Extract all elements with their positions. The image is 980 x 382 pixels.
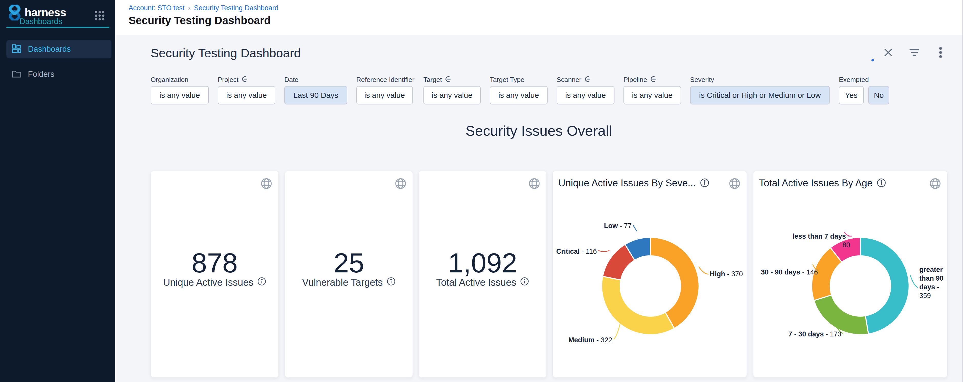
filter-severity: Severity is Critical or High or Medium o… [690, 75, 830, 105]
stat-label: Vulnerable Targets [285, 277, 413, 288]
filter-reference-identifier-value[interactable]: is any value [356, 86, 413, 105]
donut-label-critical: Critical - 116 [554, 247, 597, 256]
filter-scanner-value[interactable]: is any value [557, 86, 614, 105]
filter-target-type: Target Type is any value [490, 75, 547, 105]
close-icon[interactable] [882, 47, 894, 59]
dashboard-content: Security Testing Dashboard Organization … [115, 35, 963, 382]
filter-bar: Organization is any value Project is any… [151, 75, 898, 105]
filter-pipeline-value[interactable]: is any value [624, 86, 681, 105]
breadcrumb-account-link[interactable]: Account: STO test [129, 4, 185, 12]
donut-slice-high[interactable] [650, 237, 699, 328]
donut-leader-line [598, 250, 609, 251]
module-accent-rule [6, 27, 109, 28]
filter-reference-identifier: Reference Identifier is any value [356, 75, 414, 105]
module-label: Dashboards [19, 17, 62, 26]
donut-leader-line [633, 225, 637, 231]
link-icon [242, 76, 249, 83]
stat-value: 25 [285, 247, 413, 279]
filter-label: Severity [690, 76, 714, 84]
filter-severity-value[interactable]: is Critical or High or Medium or Low [690, 86, 830, 105]
stat-label: Unique Active Issues [151, 277, 278, 288]
dashboard-title: Security Testing Dashboard [151, 46, 301, 60]
donut-slice-medium[interactable] [602, 276, 675, 334]
section-title: Security Issues Overall [115, 122, 963, 139]
breadcrumb: Account: STO test › Security Testing Das… [129, 4, 278, 12]
donut-label-less-than-7-days: less than 7 days - 80 [784, 232, 850, 249]
filter-organization-value[interactable]: is any value [151, 86, 209, 105]
stat-value: 1,092 [419, 247, 546, 279]
filter-exempted-yes[interactable]: Yes [839, 86, 864, 105]
sidebar-item-label: Dashboards [28, 44, 71, 54]
filter-date: Date Last 90 Days [284, 75, 347, 105]
link-icon [445, 76, 452, 83]
donut-chart-age: greater than 90 days - 3597 - 30 days - … [753, 171, 948, 378]
right-gutter [963, 0, 980, 382]
breadcrumb-separator: › [188, 4, 191, 12]
donut-label-low: Low - 77 [589, 222, 632, 230]
donut-slice-7-30-days[interactable] [814, 295, 869, 334]
filter-label: Target Type [490, 76, 524, 84]
filter-exempted-no[interactable]: No [868, 86, 889, 105]
filter-pipeline: Pipeline is any value [624, 75, 681, 105]
donut-leader-line [699, 266, 708, 274]
filter-target: Target is any value [423, 75, 481, 105]
filter-project-value[interactable]: is any value [218, 86, 275, 105]
dashboard-toolbar [882, 47, 947, 59]
filter-label: Exempted [839, 76, 869, 84]
chart-card-issues-by-severity: Unique Active Issues By Seve... High - 3… [552, 171, 747, 378]
chart-card-issues-by-age: Total Active Issues By Age greater than … [753, 171, 947, 378]
info-icon[interactable] [387, 277, 396, 288]
breadcrumb-current-link[interactable]: Security Testing Dashboard [194, 4, 278, 12]
folder-icon [12, 70, 21, 79]
filter-project: Project is any value [218, 75, 275, 105]
stat-card-total-active-issues: 1,092 Total Active Issues [418, 171, 547, 378]
filter-label: Date [284, 76, 298, 84]
filter-label: Organization [151, 76, 188, 84]
stat-card-vulnerable-targets: 25 Vulnerable Targets [285, 171, 413, 378]
globe-icon [261, 178, 272, 189]
sidebar: harness Dashboards Dashboards Folders [0, 0, 115, 382]
filter-target-type-value[interactable]: is any value [490, 86, 547, 105]
filter-exempted: Exempted Yes No [839, 75, 889, 105]
filter-date-value[interactable]: Last 90 Days [284, 86, 347, 105]
filter-target-value[interactable]: is any value [423, 86, 481, 105]
donut-slice-greater-than-90-days[interactable] [861, 237, 909, 334]
stat-card-unique-active-issues: 878 Unique Active Issues [151, 171, 279, 378]
page-title: Security Testing Dashboard [129, 14, 271, 27]
sidebar-item-label: Folders [28, 70, 54, 79]
donut-leader-line [910, 275, 918, 287]
link-icon [584, 76, 592, 83]
donut-chart-severity: High - 370Medium - 322Critical - 116Low … [553, 171, 747, 378]
filter-label: Reference Identifier [356, 76, 414, 84]
sidebar-item-dashboards[interactable]: Dashboards [6, 40, 111, 59]
info-icon[interactable] [258, 277, 266, 288]
stat-value: 878 [151, 247, 278, 279]
filter-label: Scanner [557, 76, 581, 84]
donut-label-30-90-days: 30 - 90 days - 146 [756, 268, 818, 276]
donut-label-7-30-days: 7 - 30 days - 173 [786, 330, 842, 338]
link-icon [650, 76, 657, 83]
more-vertical-icon[interactable] [935, 47, 947, 59]
filter-label: Target [423, 76, 442, 84]
globe-icon [395, 178, 407, 189]
filter-label: Pipeline [624, 76, 647, 84]
donut-label-medium: Medium - 322 [565, 336, 612, 344]
sidebar-item-folders[interactable]: Folders [6, 65, 111, 84]
dashboards-icon [12, 44, 21, 54]
filter-icon[interactable] [908, 47, 920, 59]
filter-organization: Organization is any value [151, 75, 209, 105]
stat-label: Total Active Issues [419, 277, 546, 288]
filter-scanner: Scanner is any value [557, 75, 614, 105]
info-icon[interactable] [520, 277, 529, 288]
globe-icon [528, 178, 540, 189]
apps-grid-icon[interactable] [94, 10, 105, 21]
filter-label: Project [218, 76, 239, 84]
cursor-dot [872, 59, 874, 62]
donut-label-greater-than-90-days: greater than 90 days - 359 [919, 265, 950, 300]
top-header: Account: STO test › Security Testing Das… [115, 0, 963, 34]
